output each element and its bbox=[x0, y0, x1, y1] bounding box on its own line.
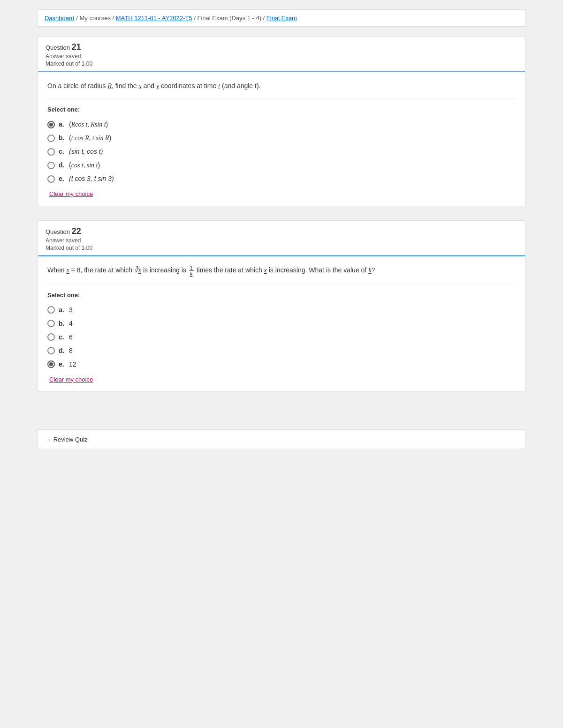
q22-radio-b[interactable] bbox=[47, 320, 55, 327]
q21-option-b[interactable]: b. (t cos R, t sin R) bbox=[47, 131, 516, 145]
q21-text-a: (Rcos t, Rsin t) bbox=[69, 120, 108, 129]
q21-radio-d[interactable] bbox=[47, 162, 55, 169]
question-22-options: a. 3 b. 4 c. 6 d. 8 bbox=[47, 303, 516, 371]
question-22-marked: Marked out of 1.00 bbox=[46, 245, 517, 251]
q22-text-e: 12 bbox=[69, 360, 76, 369]
q21-option-c[interactable]: c. (sin t, cos t) bbox=[47, 145, 516, 158]
q22-text-a: 3 bbox=[69, 305, 73, 315]
question-21-status: Answer saved bbox=[46, 53, 517, 60]
question-21-select-label: Select one: bbox=[47, 106, 516, 113]
q22-letter-c: c. bbox=[59, 332, 66, 342]
question-22-select-label: Select one: bbox=[47, 292, 516, 299]
q22-text-b: 4 bbox=[69, 319, 73, 329]
q22-letter-d: d. bbox=[59, 346, 66, 356]
q21-clear-choice[interactable]: Clear my choice bbox=[49, 190, 93, 197]
q21-var-x: x bbox=[139, 83, 142, 90]
question-22-body: When x = 8, the rate at which ∛x is incr… bbox=[38, 256, 525, 391]
q21-text-e: (t cos 3, t sin 3) bbox=[69, 174, 114, 184]
question-21-header: Question 21 Answer saved Marked out of 1… bbox=[38, 37, 525, 72]
question-22-block: Question 22 Answer saved Marked out of 1… bbox=[38, 220, 525, 391]
question-21-text: On a circle of radius R, find the x and … bbox=[47, 81, 516, 98]
q22-letter-e: e. bbox=[59, 360, 66, 369]
q21-text-c: (sin t, cos t) bbox=[69, 147, 103, 157]
q22-radio-a[interactable] bbox=[47, 306, 55, 314]
q21-radio-c[interactable] bbox=[47, 148, 55, 156]
q22-cube-root: ∛x bbox=[134, 267, 141, 274]
breadcrumb-course[interactable]: MATH 1211-01 - AY2022-T5 bbox=[116, 15, 192, 22]
q21-radio-b[interactable] bbox=[47, 135, 55, 142]
question-21-block: Question 21 Answer saved Marked out of 1… bbox=[38, 36, 525, 206]
q22-letter-a: a. bbox=[59, 305, 66, 315]
q22-fraction: 1 k bbox=[189, 265, 194, 277]
breadcrumb-dashboard[interactable]: Dashboard bbox=[45, 15, 75, 22]
q21-text-d: (cos t, sin t) bbox=[69, 160, 100, 170]
q21-radio-a[interactable] bbox=[47, 121, 55, 128]
q22-radio-e[interactable] bbox=[47, 360, 55, 368]
q21-letter-a: a. bbox=[59, 120, 66, 129]
q21-radio-e[interactable] bbox=[47, 175, 55, 183]
question-22-header: Question 22 Answer saved Marked out of 1… bbox=[38, 221, 525, 256]
question-21-options: a. (Rcos t, Rsin t) b. (t cos R, t sin R… bbox=[47, 118, 516, 186]
q21-letter-d: d. bbox=[59, 160, 66, 170]
question-21-number: Question 21 bbox=[46, 42, 517, 52]
q21-text-b: (t cos R, t sin R) bbox=[69, 133, 111, 143]
review-section: Review Quiz bbox=[38, 429, 525, 449]
q22-text-c: 6 bbox=[69, 332, 73, 342]
q22-text-d: 8 bbox=[69, 346, 73, 356]
q21-var-y: y bbox=[156, 83, 159, 90]
q21-letter-c: c. bbox=[59, 147, 66, 157]
q22-option-b[interactable]: b. 4 bbox=[47, 317, 516, 330]
question-21-marked: Marked out of 1.00 bbox=[46, 60, 517, 67]
breadcrumb-exam[interactable]: Final Exam bbox=[266, 15, 297, 22]
q21-option-e[interactable]: e. (t cos 3, t sin 3) bbox=[47, 172, 516, 186]
breadcrumb: Dashboard / My courses / MATH 1211-01 - … bbox=[38, 9, 525, 27]
page-wrapper: Dashboard / My courses / MATH 1211-01 - … bbox=[23, 0, 540, 458]
question-22-status: Answer saved bbox=[46, 237, 517, 244]
spacer bbox=[38, 406, 525, 425]
q21-letter-b: b. bbox=[59, 133, 66, 143]
q22-option-c[interactable]: c. 6 bbox=[47, 330, 516, 344]
q21-var-r: R bbox=[107, 83, 112, 90]
q22-option-a[interactable]: a. 3 bbox=[47, 303, 516, 317]
q21-letter-e: e. bbox=[59, 174, 66, 184]
q21-option-a[interactable]: a. (Rcos t, Rsin t) bbox=[47, 118, 516, 131]
q21-var-t: t bbox=[218, 83, 220, 90]
review-quiz-link[interactable]: Review Quiz bbox=[46, 436, 88, 443]
q22-clear-choice[interactable]: Clear my choice bbox=[49, 376, 93, 383]
q22-option-e[interactable]: e. 12 bbox=[47, 358, 516, 371]
question-22-number: Question 22 bbox=[46, 226, 517, 236]
q21-option-d[interactable]: d. (cos t, sin t) bbox=[47, 158, 516, 172]
q22-radio-c[interactable] bbox=[47, 333, 55, 341]
question-22-text: When x = 8, the rate at which ∛x is incr… bbox=[47, 265, 516, 284]
question-21-body: On a circle of radius R, find the x and … bbox=[38, 72, 525, 206]
q22-option-d[interactable]: d. 8 bbox=[47, 344, 516, 358]
q22-radio-d[interactable] bbox=[47, 347, 55, 354]
q22-letter-b: b. bbox=[59, 319, 66, 329]
